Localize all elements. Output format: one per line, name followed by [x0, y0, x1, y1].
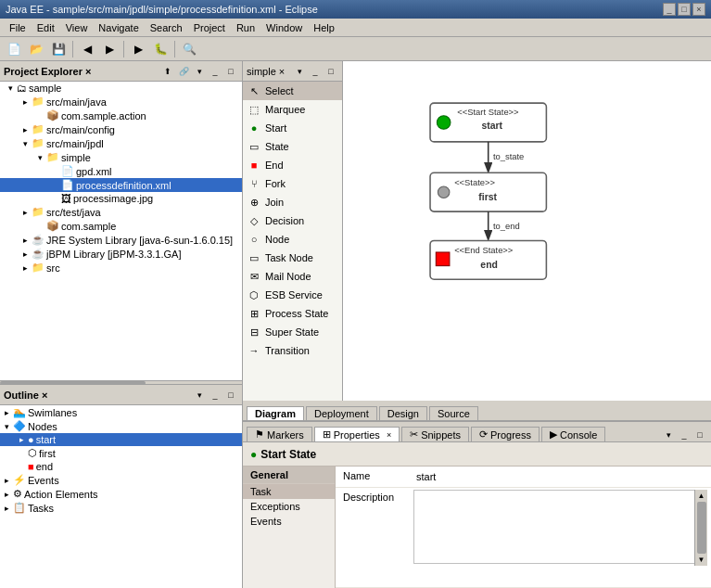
close-button[interactable]: × [692, 3, 705, 16]
save-button[interactable]: 💾 [48, 39, 69, 59]
menu-run[interactable]: Run [231, 21, 260, 34]
debug-button[interactable]: 🐛 [150, 39, 171, 59]
tab-markers[interactable]: ⚑ Markers [247, 427, 312, 441]
toggle-jre[interactable]: ▸ [19, 236, 32, 245]
tree-item-jre[interactable]: ▸ ☕ JRE System Library [java-6-sun-1.6.0… [0, 233, 242, 247]
tree-item-simple[interactable]: ▾ 📁 simple [0, 150, 242, 164]
tab-design[interactable]: Design [379, 406, 427, 420]
menu-window[interactable]: Window [260, 21, 308, 34]
outline-nodes[interactable]: ▾ 🔷 Nodes [0, 419, 242, 433]
tool-end[interactable]: ■ End [243, 156, 342, 174]
prop-row-exceptions[interactable]: Exceptions [243, 499, 335, 514]
view-menu-button[interactable]: ▾ [192, 65, 207, 78]
outline-tasks[interactable]: ▸ 📋 Tasks [0, 501, 242, 515]
link-editor-button[interactable]: 🔗 [176, 65, 191, 78]
new-button[interactable]: 📄 [4, 39, 24, 59]
tool-marquee[interactable]: ⬚ Marquee [243, 100, 342, 119]
run-button[interactable]: ▶ [128, 39, 148, 59]
tools-min[interactable]: _ [308, 65, 323, 78]
tab-diagram[interactable]: Diagram [247, 406, 304, 420]
outline-maximize[interactable]: □ [223, 389, 238, 402]
toggle-src-main-java[interactable]: ▸ [19, 97, 32, 107]
tree-item-src-test-java[interactable]: ▸ 📁 src/test/java [0, 205, 242, 219]
tab-properties-close[interactable]: × [387, 430, 391, 440]
menu-search[interactable]: Search [145, 21, 188, 34]
tab-snippets[interactable]: ✂ Snippets [401, 427, 469, 441]
tree-item-gpd-xml[interactable]: 📄 gpd.xml [0, 164, 242, 178]
window-controls[interactable]: _ □ × [663, 3, 705, 16]
outline-events[interactable]: ▸ ⚡ Events [0, 473, 242, 487]
bottom-maximize[interactable]: □ [692, 428, 707, 441]
menu-edit[interactable]: Edit [32, 21, 60, 34]
tools-buttons[interactable]: ▾ _ □ [292, 65, 338, 78]
project-tree[interactable]: ▾ 🗂 sample ▸ 📁 src/main/java 📦 com.sampl… [0, 82, 242, 380]
outline-minimize[interactable]: _ [208, 389, 222, 402]
minimize-view-button[interactable]: _ [208, 65, 222, 78]
tool-start[interactable]: ● Start [243, 119, 342, 137]
menu-navigate[interactable]: Navigate [93, 21, 144, 34]
tree-item-src-main-config[interactable]: ▸ 📁 src/main/config [0, 122, 242, 136]
tree-item-com-sample-action[interactable]: 📦 com.sample.action [0, 109, 242, 122]
forward-button[interactable]: ▶ [99, 39, 120, 59]
outline-swimlanes[interactable]: ▸ 🏊 Swimlanes [0, 405, 242, 419]
menu-help[interactable]: Help [308, 21, 340, 34]
toggle-tasks[interactable]: ▸ [0, 504, 13, 513]
scroll-up[interactable]: ▲ [698, 492, 705, 500]
tool-node[interactable]: ○ Node [243, 230, 342, 249]
bottom-minimize[interactable]: _ [677, 428, 692, 441]
scroll-down[interactable]: ▼ [698, 556, 705, 564]
search-button[interactable]: 🔍 [179, 39, 199, 59]
tool-esb[interactable]: ⬡ ESB Service [243, 286, 342, 304]
tool-select[interactable]: ↖ Select [243, 82, 342, 100]
outline-actions[interactable]: ▸ ⚙ Action Elements [0, 487, 242, 501]
minimize-button[interactable]: _ [663, 3, 676, 16]
menu-view[interactable]: View [60, 21, 94, 34]
tree-item-com-sample[interactable]: 📦 com.sample [0, 219, 242, 233]
maximize-view-button[interactable]: □ [223, 65, 238, 78]
tool-superstate[interactable]: ⊟ Super State [243, 323, 342, 341]
toggle-actions[interactable]: ▸ [0, 490, 13, 499]
toggle-src-main-jpdl[interactable]: ▾ [19, 139, 32, 148]
maximize-button[interactable]: □ [678, 3, 691, 16]
tree-item-jbpm[interactable]: ▸ ☕ jBPM Library [jBPM-3.3.1.GA] [0, 247, 242, 261]
toggle-simple[interactable]: ▾ [33, 153, 46, 162]
outline-view-menu[interactable]: ▾ [192, 389, 207, 402]
tool-tasknode[interactable]: ▭ Task Node [243, 249, 342, 267]
description-textarea[interactable] [413, 490, 707, 564]
toggle-src-test-java[interactable]: ▸ [19, 208, 32, 217]
tool-join[interactable]: ⊕ Join [243, 193, 342, 211]
outline-tree[interactable]: ▸ 🏊 Swimlanes ▾ 🔷 Nodes ▸ ● start [0, 405, 242, 588]
tree-item-processimage[interactable]: 🖼 processimage.jpg [0, 192, 242, 205]
outline-buttons[interactable]: ▾ _ □ [192, 389, 238, 402]
name-input[interactable] [413, 468, 707, 485]
menu-file[interactable]: File [4, 21, 32, 34]
tree-item-processdefinition[interactable]: 📄 processdefinition.xml [0, 178, 242, 192]
toggle-src-main-config[interactable]: ▸ [19, 125, 32, 134]
tools-menu[interactable]: ▾ [292, 65, 307, 78]
tool-transition[interactable]: → Transition [243, 341, 342, 360]
tree-item-sample[interactable]: ▾ 🗂 sample [0, 82, 242, 95]
tool-fork[interactable]: ⑂ Fork [243, 174, 342, 193]
bottom-panel-buttons[interactable]: ▾ _ □ [661, 428, 707, 441]
menu-project[interactable]: Project [188, 21, 231, 34]
tab-console[interactable]: ▶ Console [541, 427, 605, 441]
tool-decision[interactable]: ◇ Decision [243, 211, 342, 230]
outline-first[interactable]: ⬡ first [0, 446, 242, 460]
tree-item-src[interactable]: ▸ 📁 src [0, 261, 242, 275]
outline-start[interactable]: ▸ ● start [0, 433, 242, 446]
bottom-view-menu[interactable]: ▾ [661, 428, 676, 441]
prop-row-task[interactable]: Task [243, 484, 335, 499]
tab-properties[interactable]: ⊞ Properties × [314, 427, 400, 441]
toggle-src[interactable]: ▸ [19, 263, 32, 273]
tool-state[interactable]: ▭ State [243, 137, 342, 156]
prop-row-events[interactable]: Events [243, 514, 335, 529]
tree-item-src-main-java[interactable]: ▸ 📁 src/main/java [0, 95, 242, 109]
toggle-jbpm[interactable]: ▸ [19, 249, 32, 259]
back-button[interactable]: ◀ [77, 39, 97, 59]
tool-mailnode[interactable]: ✉ Mail Node [243, 267, 342, 286]
tree-item-src-main-jpdl[interactable]: ▾ 📁 src/main/jpdl [0, 136, 242, 150]
toggle-nodes[interactable]: ▾ [0, 422, 13, 431]
project-explorer-buttons[interactable]: ⬆ 🔗 ▾ _ □ [160, 65, 238, 78]
tool-processstate[interactable]: ⊞ Process State [243, 304, 342, 323]
toggle-start[interactable]: ▸ [15, 435, 28, 444]
